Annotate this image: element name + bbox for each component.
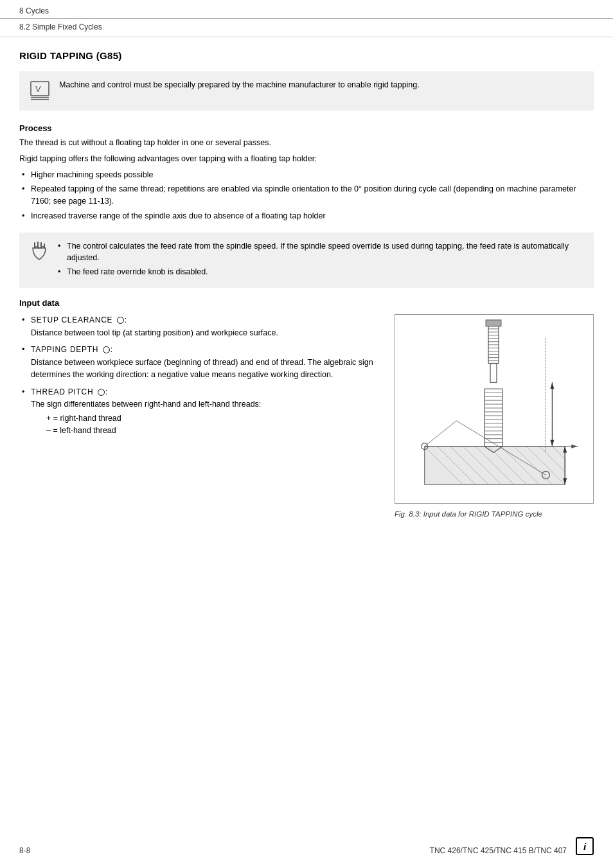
info-box: The control calculates the feed rate fro… bbox=[19, 233, 594, 288]
setup-desc: Distance between tool tip (at starting p… bbox=[31, 327, 382, 339]
content: RIGID TAPPING (G85) V Machine and contro… bbox=[0, 37, 613, 532]
note-text: Machine and control must be specially pr… bbox=[59, 79, 420, 91]
figure-container bbox=[395, 314, 594, 504]
tapping-circle bbox=[103, 346, 110, 353]
tapping-title: TAPPING DEPTH bbox=[31, 345, 98, 354]
v-icon: V bbox=[30, 80, 50, 101]
process-para1: The thread is cut without a floating tap… bbox=[19, 137, 594, 149]
info-list: The control calculates the feed rate fro… bbox=[58, 240, 583, 278]
input-item-thread: THREAD PITCH : The sign differentiates b… bbox=[19, 386, 382, 437]
bullet-1: Higher machining speeds possible bbox=[19, 169, 594, 181]
footer-product: TNC 426/TNC 425/TNC 415 B/TNC 407 bbox=[430, 846, 567, 855]
footer-page: 8-8 bbox=[19, 846, 30, 855]
thread-circle bbox=[98, 389, 105, 396]
footer-right: TNC 426/TNC 425/TNC 415 B/TNC 407 i bbox=[430, 837, 594, 855]
note-box: V Machine and control must be specially … bbox=[19, 71, 594, 111]
info-item-1: The control calculates the feed rate fro… bbox=[58, 240, 583, 265]
info-content: The control calculates the feed rate fro… bbox=[58, 240, 583, 280]
thread-title: THREAD PITCH bbox=[31, 387, 93, 396]
input-item-setup: SETUP CLEARANCE : Distance between tool … bbox=[19, 314, 382, 339]
diagram-svg bbox=[399, 319, 589, 497]
input-data-section: SETUP CLEARANCE : Distance between tool … bbox=[19, 314, 594, 519]
note-icon: V bbox=[30, 80, 50, 103]
thread-sub-1: + = right-hand thread bbox=[33, 412, 382, 425]
info-badge: i bbox=[576, 837, 594, 855]
input-item-tapping: TAPPING DEPTH : Distance between workpie… bbox=[19, 344, 382, 380]
setup-title: SETUP CLEARANCE bbox=[31, 315, 112, 324]
figure-caption: Fig. 8.3: Input data for RIGID TAPPING c… bbox=[395, 509, 594, 519]
thread-sub-list: + = right-hand thread – = left-hand thre… bbox=[33, 412, 382, 437]
hand-svg bbox=[30, 242, 49, 265]
subheader: 8.2 Simple Fixed Cycles bbox=[0, 21, 613, 37]
svg-text:V: V bbox=[35, 84, 41, 94]
fig-label: Fig. 8.3: bbox=[395, 510, 422, 518]
footer: 8-8 TNC 426/TNC 425/TNC 415 B/TNC 407 i bbox=[19, 837, 594, 855]
input-data-heading: Input data bbox=[19, 298, 594, 308]
bullet-2: Repeated tapping of the same thread; rep… bbox=[19, 183, 594, 208]
thread-desc: The sign differentiates between right-ha… bbox=[31, 398, 382, 411]
hand-icon bbox=[30, 242, 49, 267]
info-item-2: The feed rate override knob is disabled. bbox=[58, 266, 583, 278]
bullet-3: Increased traverse range of the spindle … bbox=[19, 210, 594, 222]
input-data-right: Fig. 8.3: Input data for RIGID TAPPING c… bbox=[395, 314, 594, 519]
page: 8 Cycles 8.2 Simple Fixed Cycles RIGID T… bbox=[0, 0, 613, 868]
section-title: RIGID TAPPING (G85) bbox=[19, 50, 594, 61]
input-data-left: SETUP CLEARANCE : Distance between tool … bbox=[19, 314, 382, 519]
svg-rect-36 bbox=[484, 389, 502, 446]
header-chapter: 8 Cycles bbox=[19, 6, 49, 15]
header: 8 Cycles bbox=[0, 0, 613, 19]
process-bullets: Higher machining speeds possible Repeate… bbox=[19, 169, 594, 222]
tapping-desc: Distance between workpiece surface (begi… bbox=[31, 357, 382, 381]
thread-sub-2: – = left-hand thread bbox=[33, 425, 382, 437]
process-heading: Process bbox=[19, 123, 594, 133]
svg-rect-35 bbox=[486, 320, 501, 326]
fig-text: Input data for RIGID TAPPING cycle bbox=[423, 510, 542, 518]
process-para2: Rigid tapping offers the following advan… bbox=[19, 153, 594, 165]
setup-circle bbox=[117, 317, 124, 324]
input-list: SETUP CLEARANCE : Distance between tool … bbox=[19, 314, 382, 437]
